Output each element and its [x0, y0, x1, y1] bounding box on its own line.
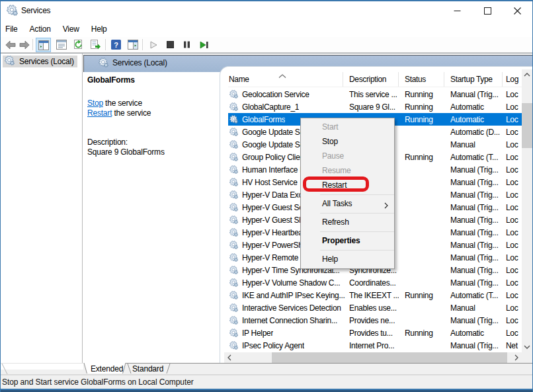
restart-service-link[interactable]: Restart	[87, 108, 112, 118]
service-log-on-as: Loc	[503, 190, 522, 200]
service-log-on-as: Loc	[503, 266, 522, 275]
service-gear-icon	[229, 102, 240, 111]
service-startup-type: Manual (Trig...	[444, 266, 503, 275]
submenu-arrow-icon	[384, 199, 388, 214]
restart-service-icon[interactable]	[198, 39, 210, 50]
service-startup-type: Manual	[444, 140, 503, 149]
service-row[interactable]: Interactive Services DetectionEnables us…	[228, 301, 522, 314]
service-name: GlobalForms	[242, 115, 285, 124]
context-menu-item-properties[interactable]: Properties	[301, 233, 394, 248]
service-gear-icon	[229, 140, 240, 149]
scrollbar-corner	[522, 352, 532, 363]
service-row[interactable]: IKE and AuthIP IPsec Keying...The IKEEXT…	[228, 289, 522, 301]
vertical-scrollbar-thumb[interactable]	[522, 103, 532, 148]
service-row[interactable]: Hyper-V Volume Shadow C...Coordinates...…	[228, 276, 522, 289]
toolbar-separator	[32, 39, 33, 50]
back-arrow-icon[interactable]	[5, 39, 16, 50]
toolbar: ?	[1, 37, 532, 53]
minimize-button[interactable]	[442, 1, 472, 20]
show-action-pane-icon[interactable]	[127, 39, 138, 50]
context-menu-item-refresh[interactable]: Refresh	[301, 215, 394, 229]
service-gear-icon	[229, 278, 240, 287]
pause-service-icon[interactable]	[181, 39, 192, 50]
service-startup-type: Manual (Trig...	[444, 90, 503, 99]
export-list-icon[interactable]	[89, 39, 101, 50]
banner-title: Services (Local)	[112, 58, 167, 68]
selected-service-name: GlobalForms	[87, 75, 135, 85]
show-console-tree-icon[interactable]	[36, 38, 51, 52]
tab-extended[interactable]: Extended	[91, 364, 123, 374]
service-log-on-as: Loc	[503, 203, 522, 212]
menu-file[interactable]: File	[1, 22, 24, 36]
service-startup-type: Automatic	[444, 102, 503, 112]
service-name: Group Policy Client	[242, 153, 306, 162]
column-header-description[interactable]: Description	[343, 72, 399, 87]
tab-standard[interactable]: Standard	[132, 364, 163, 374]
tree-item-services-local[interactable]: Services (Local)	[3, 56, 77, 67]
maximize-button[interactable]	[472, 1, 503, 20]
service-name-cell: Hyper-V Volume Shadow C...	[228, 278, 345, 288]
context-menu-item-help[interactable]: Help	[301, 252, 394, 266]
service-log-on-as: Loc	[503, 178, 522, 187]
stop-service-icon[interactable]	[165, 39, 176, 50]
service-gear-icon	[229, 329, 240, 337]
menu-help[interactable]: Help	[85, 22, 113, 36]
window-title: Services	[21, 6, 50, 15]
service-description: Provides ne...	[345, 316, 399, 325]
service-name: IP Helper	[242, 329, 273, 338]
service-description: Coordinates...	[345, 278, 399, 288]
service-log-on-as: Loc	[503, 316, 522, 325]
column-header-status[interactable]: Status	[399, 72, 444, 87]
service-description: This service ...	[345, 90, 399, 99]
service-startup-type: Manual (Trig...	[444, 316, 503, 325]
start-service-icon[interactable]	[148, 39, 159, 50]
forward-arrow-icon[interactable]	[19, 39, 30, 50]
menu-action[interactable]: Action	[24, 22, 57, 36]
service-row[interactable]: Geolocation ServiceThis service ...Runni…	[228, 88, 522, 100]
list-header-underline	[228, 87, 522, 87]
scroll-left-icon[interactable]	[224, 352, 235, 363]
service-name: IPsec Policy Agent	[242, 341, 304, 350]
service-gear-icon	[229, 291, 240, 299]
menu-view[interactable]: View	[57, 22, 85, 36]
service-startup-type: Manual (Trig...	[444, 203, 503, 212]
svg-text:?: ?	[114, 41, 118, 49]
service-startup-type: Manual (Trig...	[444, 228, 503, 237]
service-row[interactable]: GlobalCapture_1Square 9 Gl...RunningAuto…	[228, 100, 522, 113]
service-gear-icon	[229, 303, 240, 312]
service-row[interactable]: IP HelperProvides tu...RunningAutomaticL…	[228, 327, 522, 339]
service-status: Running	[399, 291, 444, 300]
service-name: IKE and AuthIP IPsec Keying...	[242, 291, 345, 300]
column-header-startup-type[interactable]: Startup Type	[444, 72, 503, 87]
view-tabs-strip	[0, 363, 533, 375]
scroll-right-icon[interactable]	[511, 352, 522, 363]
service-log-on-as: Loc	[503, 291, 522, 300]
service-status: Running	[399, 115, 444, 124]
properties-window-icon[interactable]	[56, 39, 67, 50]
service-row[interactable]: Internet Connection Sharin...Provides ne…	[228, 314, 522, 327]
context-menu-item-pause: Pause	[301, 149, 394, 163]
service-log-on-as: Loc	[503, 216, 522, 225]
column-header-log[interactable]: Log	[503, 72, 522, 87]
close-button[interactable]	[502, 1, 532, 20]
service-description: Provides tu...	[345, 329, 399, 338]
horizontal-scrollbar-thumb[interactable]	[272, 352, 507, 363]
service-row[interactable]: IPsec Policy AgentInternet Pro...Manual …	[228, 339, 522, 352]
list-header: NameDescriptionStatusStartup TypeLog	[228, 72, 522, 87]
service-log-on-as: Loc	[503, 102, 522, 112]
service-startup-type: Manual (Trig...	[444, 190, 503, 200]
service-gear-icon	[229, 153, 240, 161]
service-log-on-as: Loc	[503, 90, 522, 99]
scroll-down-icon[interactable]	[522, 342, 532, 352]
service-status: Running	[399, 153, 444, 162]
context-menu-item-all-tasks[interactable]: All Tasks	[301, 196, 394, 211]
context-menu-item-stop[interactable]: Stop	[301, 134, 394, 149]
service-log-on-as: Loc	[503, 278, 522, 288]
service-name-cell: Interactive Services Detection	[228, 303, 345, 313]
refresh-icon[interactable]	[73, 39, 84, 50]
service-startup-type: Manual (Trig...	[444, 216, 503, 225]
stop-service-link[interactable]: Stop	[87, 98, 103, 108]
help-icon[interactable]: ?	[110, 39, 122, 50]
scroll-up-icon[interactable]	[522, 69, 532, 80]
service-gear-icon	[229, 266, 240, 274]
